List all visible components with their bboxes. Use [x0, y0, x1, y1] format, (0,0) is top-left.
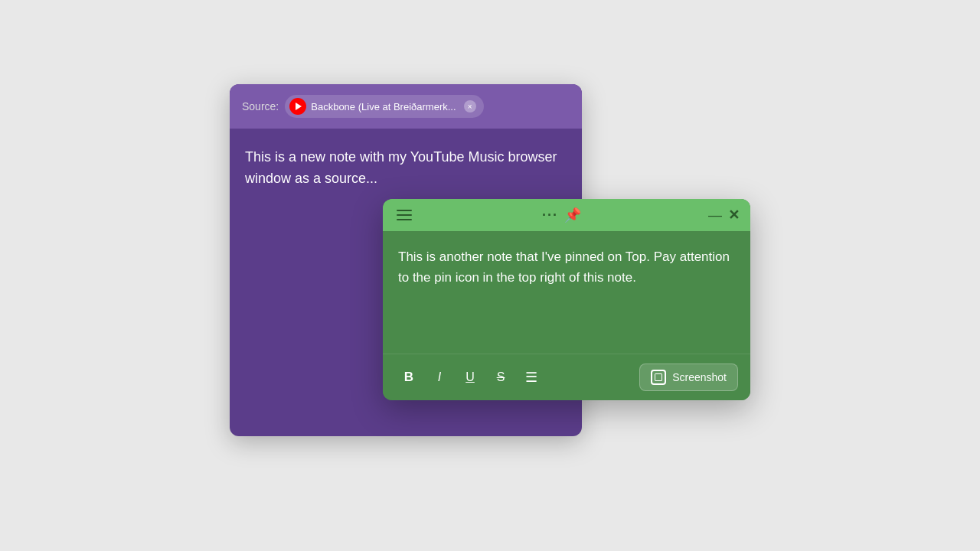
italic-button[interactable]: I — [426, 364, 453, 391]
header-right: — ✕ — [708, 207, 740, 223]
minimize-button[interactable]: — — [708, 208, 722, 222]
green-note-window: ··· 📌 — ✕ This is another note that I've… — [383, 199, 750, 400]
green-note-header: ··· 📌 — ✕ — [383, 199, 750, 231]
green-note-text: This is another note that I've pinned on… — [398, 246, 735, 288]
list-button[interactable]: ☰ — [518, 364, 545, 391]
hamburger-line-3 — [397, 219, 412, 220]
hamburger-line-2 — [397, 214, 412, 216]
strikethrough-button[interactable]: S — [487, 364, 514, 391]
chip-close-button[interactable]: × — [464, 100, 476, 112]
purple-note-text: This is a new note with my YouTube Music… — [245, 147, 567, 190]
underline-button[interactable]: U — [456, 364, 484, 391]
close-button[interactable]: ✕ — [728, 207, 740, 223]
hamburger-line-1 — [397, 210, 412, 211]
source-chip[interactable]: Backbone (Live at Breiðarmerk... × — [285, 95, 483, 118]
purple-note-body: This is a new note with my YouTube Music… — [230, 129, 582, 208]
more-options-button[interactable]: ··· — [542, 207, 558, 223]
purple-note-header: Source: Backbone (Live at Breiðarmerk...… — [230, 84, 582, 129]
chip-text: Backbone (Live at Breiðarmerk... — [311, 101, 456, 112]
youtube-icon — [289, 98, 306, 115]
screenshot-icon — [651, 370, 666, 385]
screenshot-button[interactable]: Screenshot — [639, 364, 738, 391]
header-center: ··· 📌 — [542, 207, 581, 223]
pin-icon[interactable]: 📌 — [564, 207, 581, 223]
header-left — [394, 207, 415, 223]
menu-button[interactable] — [394, 207, 415, 223]
green-note-body[interactable]: This is another note that I've pinned on… — [383, 231, 750, 354]
bold-button[interactable]: B — [395, 364, 423, 391]
screenshot-label: Screenshot — [672, 371, 727, 383]
green-note-toolbar: B I U S ☰ Screenshot — [383, 354, 750, 400]
source-label: Source: — [242, 100, 279, 112]
